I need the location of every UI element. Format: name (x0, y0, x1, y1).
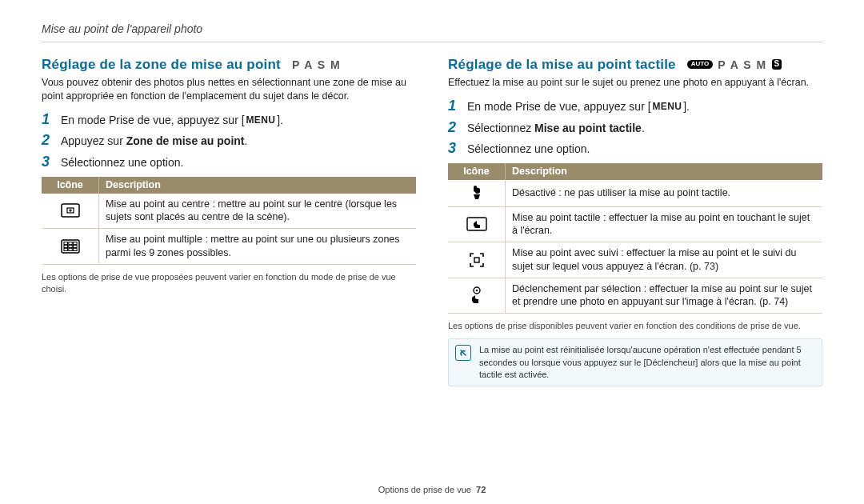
section-title: Réglage de la zone de mise au point (42, 57, 281, 73)
options-table: Icône Description Désactivé : ne pas uti… (448, 163, 822, 314)
th-description: Description (506, 163, 823, 180)
footnote: Les options de prise disponibles peuvent… (448, 320, 822, 332)
svg-rect-5 (64, 242, 68, 244)
table-row: Mise au point multiple : mettre au point… (42, 229, 416, 265)
table-row: Mise au point avec suivi : effectuer la … (448, 242, 822, 278)
mode-letters: P A S M (292, 58, 341, 71)
intro-text: Effectuez la mise au point sur le sujet … (448, 76, 822, 90)
options-table: Icône Description center Mise au point a… (42, 177, 416, 265)
step-text: En mode Prise de vue, appuyez sur [MENU]… (467, 98, 690, 114)
th-icon: Icône (448, 163, 506, 180)
step-text: Sélectionnez une option. (467, 140, 590, 156)
info-note: La mise au point est réinitialisée lorsq… (448, 338, 822, 386)
step-item: 3 Sélectionnez une option. (448, 140, 822, 157)
row-desc: Mise au point au centre : mettre au poin… (99, 194, 417, 229)
step-text: En mode Prise de vue, appuyez sur [MENU]… (61, 111, 283, 128)
svg-rect-14 (474, 186, 477, 192)
row-desc: Désactivé : ne pas utiliser la mise au p… (506, 180, 823, 207)
row-desc: Mise au point multiple : mettre au point… (99, 229, 417, 265)
section-focus-area: Réglage de la zone de mise au point P A … (42, 57, 416, 386)
mode-badges: AUTO P A S M S (687, 58, 782, 71)
svg-rect-6 (68, 242, 72, 244)
touch-shot-icon (448, 278, 506, 314)
touch-screen-icon (448, 206, 506, 242)
svg-rect-9 (68, 245, 72, 247)
svg-rect-8 (64, 245, 68, 247)
th-description: Description (99, 177, 417, 194)
table-row: Désactivé : ne pas utiliser la mise au p… (448, 180, 822, 207)
step-number: 1 (448, 98, 459, 114)
step-text: Appuyez sur Zone de mise au point. (61, 132, 247, 148)
footnote: Les options de prise de vue proposées pe… (42, 271, 416, 295)
svg-rect-13 (73, 248, 77, 250)
row-desc: Déclenchement par sélection : effectuer … (506, 278, 823, 314)
step-number: 3 (448, 140, 459, 157)
center-focus-icon: center (42, 194, 99, 229)
step-number: 1 (42, 111, 53, 128)
table-row: Déclenchement par sélection : effectuer … (448, 278, 822, 314)
svg-rect-10 (73, 245, 77, 247)
step-number: 3 (42, 154, 53, 170)
table-row: center Mise au point au centre : mettre … (42, 194, 416, 229)
svg-rect-11 (64, 248, 68, 250)
page-footer: Options de prise de vue 72 (0, 485, 864, 494)
menu-chip: MENU (651, 101, 684, 114)
svg-rect-12 (68, 248, 72, 250)
row-desc: Mise au point avec suivi : effectuer la … (506, 242, 823, 278)
steps-list: 1 En mode Prise de vue, appuyez sur [MEN… (42, 111, 416, 170)
tracking-focus-icon (448, 242, 506, 278)
step-item: 2 Sélectionnez Mise au point tactile. (448, 119, 822, 136)
section-title: Réglage de la mise au point tactile (448, 57, 676, 73)
step-number: 2 (448, 119, 459, 136)
step-item: 1 En mode Prise de vue, appuyez sur [MEN… (42, 111, 416, 128)
auto-badge: AUTO (687, 60, 714, 69)
row-desc: Mise au point tactile : effectuer la mis… (506, 206, 823, 242)
mode-badges: P A S M (292, 58, 341, 71)
intro-text: Vous pouvez obtenir des photos plus nett… (42, 76, 416, 103)
step-item: 2 Appuyez sur Zone de mise au point. (42, 132, 416, 149)
step-text: Sélectionnez Mise au point tactile. (467, 119, 645, 135)
svg-point-18 (475, 290, 478, 292)
multi-focus-icon (42, 229, 99, 265)
table-row: Mise au point tactile : effectuer la mis… (448, 206, 822, 242)
step-item: 1 En mode Prise de vue, appuyez sur [MEN… (448, 98, 822, 114)
section-touch-focus: Réglage de la mise au point tactile AUTO… (448, 57, 822, 386)
svg-rect-7 (73, 242, 77, 244)
svg-rect-16 (474, 258, 479, 262)
step-item: 3 Sélectionnez une option. (42, 154, 416, 170)
breadcrumb-header: Mise au point de l'appareil photo (42, 22, 822, 42)
mode-letters: P A S M (718, 58, 766, 71)
th-icon: Icône (42, 177, 99, 194)
touch-off-icon (448, 180, 506, 207)
info-icon (455, 345, 471, 361)
steps-list: 1 En mode Prise de vue, appuyez sur [MEN… (448, 98, 822, 157)
step-number: 2 (42, 132, 53, 149)
menu-chip: MENU (245, 114, 278, 127)
note-text: La mise au point est réinitialisée lorsq… (479, 344, 815, 381)
step-text: Sélectionnez une option. (61, 154, 183, 170)
s-mode-badge: S (772, 59, 782, 70)
